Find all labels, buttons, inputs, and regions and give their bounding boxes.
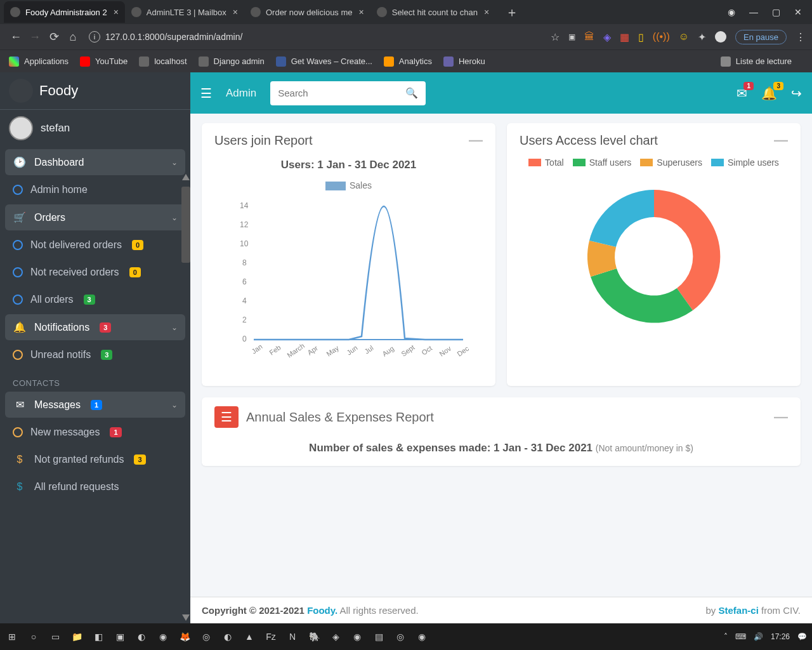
sidebar-item-orders[interactable]: 🛒 Orders ⌄	[5, 204, 185, 230]
sidebar-item-messages[interactable]: ✉ Messages 1 ⌄	[5, 392, 185, 418]
reading-list[interactable]: Liste de lecture	[721, 56, 792, 67]
back-button[interactable]: ←	[6, 30, 25, 44]
sidebar-item-dashboard[interactable]: 🕑 Dashboard ⌄	[5, 149, 185, 175]
browser-tab-2[interactable]: Order now delicious me×	[244, 1, 370, 23]
close-window-icon[interactable]: ✕	[794, 7, 802, 17]
obs-icon[interactable]: ◉	[415, 630, 429, 644]
forward-button[interactable]: →	[25, 30, 44, 44]
app-icon[interactable]: ◉	[350, 630, 364, 644]
ext-icon[interactable]: 🏛	[584, 31, 594, 43]
ext-icon[interactable]: ▦	[620, 31, 629, 43]
bookmark-heroku[interactable]: Heroku	[443, 56, 485, 67]
ext-icon[interactable]: ◈	[603, 31, 611, 43]
info-icon[interactable]: i	[89, 31, 100, 43]
address-bar[interactable]: i 127.0.0.1:8000/superadmin/admin/	[89, 31, 242, 43]
hamburger-icon[interactable]: ☰	[200, 86, 212, 101]
task-view-icon[interactable]: ▭	[48, 630, 62, 644]
sidebar-item-label: Not received orders	[30, 267, 119, 278]
logout-icon[interactable]: ↪	[791, 86, 802, 101]
keyboard-icon[interactable]: ⌨	[735, 632, 746, 641]
search-input[interactable]: 🔍	[270, 81, 426, 105]
star-icon[interactable]: ☆	[551, 31, 560, 43]
browser-tab-0[interactable]: Foody Administraion 2×	[4, 1, 125, 23]
search-icon[interactable]: 🔍	[405, 87, 418, 99]
count-badge: 0	[129, 267, 141, 277]
new-tab-button[interactable]: ＋	[501, 4, 523, 21]
profile-avatar[interactable]	[715, 31, 726, 43]
sidebar-item-not-delivered[interactable]: Not delivered orders 0	[5, 232, 185, 258]
collapse-icon[interactable]: —	[774, 409, 788, 425]
notification-center-icon[interactable]: 💬	[797, 632, 807, 641]
sidebar-item-unread[interactable]: Unread notifs 3	[5, 342, 185, 368]
firefox-icon[interactable]: 🦊	[178, 630, 192, 644]
record-icon[interactable]: ◉	[728, 7, 735, 17]
svg-text:Jun: Jun	[345, 344, 358, 357]
bell-icon[interactable]: 🔔3	[761, 86, 777, 101]
ext-icon[interactable]: ▯	[638, 31, 644, 43]
footer-author-link[interactable]: Stefan-ci	[719, 605, 759, 616]
app-icon[interactable]: 🐘	[307, 630, 321, 644]
sidebar-item-label: Not granted refunds	[34, 454, 124, 465]
app-icon[interactable]: ▤	[372, 630, 386, 644]
tray-chevron-icon[interactable]: ˄	[724, 632, 728, 641]
sidebar-item-all-orders[interactable]: All orders 3	[5, 287, 185, 312]
scroll-down-icon[interactable]	[182, 614, 190, 621]
sidebar-item-new-messages[interactable]: New messages 1	[5, 420, 185, 445]
app-icon[interactable]: ◎	[199, 630, 213, 644]
sidebar-item-all-refunds[interactable]: $ All refund requests	[5, 474, 185, 500]
close-icon[interactable]: ×	[359, 7, 364, 17]
svg-text:14: 14	[240, 201, 249, 210]
bookmark-waves[interactable]: Get Waves – Create...	[276, 56, 372, 67]
extensions-icon[interactable]: ✦	[698, 31, 706, 43]
bookmark-applications[interactable]: Applications	[9, 56, 69, 67]
admin-link[interactable]: Admin	[226, 87, 256, 100]
ext-icon[interactable]: ▣	[568, 32, 575, 41]
bookmark-django[interactable]: Django admin	[199, 56, 265, 67]
bookmark-analytics[interactable]: Analytics	[384, 56, 432, 67]
scrollbar-thumb[interactable]	[181, 187, 190, 263]
menu-icon[interactable]: ⋮	[796, 31, 806, 43]
close-icon[interactable]: ×	[484, 7, 489, 17]
sidebar-item-notifications[interactable]: 🔔 Notifications 3 ⌄	[5, 314, 185, 340]
donut-chart	[572, 174, 737, 333]
filezilla-icon[interactable]: Fz	[264, 630, 278, 644]
sidebar-item-not-granted[interactable]: $ Not granted refunds 3	[5, 447, 185, 472]
windows-start-icon[interactable]: ⊞	[5, 630, 19, 644]
app-icon[interactable]: ◐	[134, 630, 148, 644]
sidebar-item-admin-home[interactable]: Admin home	[5, 177, 185, 202]
volume-icon[interactable]: 🔊	[754, 632, 763, 641]
close-icon[interactable]: ×	[233, 7, 238, 17]
pause-badge[interactable]: En pause	[735, 30, 787, 44]
collapse-icon[interactable]: —	[469, 132, 483, 149]
reload-button[interactable]: ⟳	[44, 30, 63, 44]
browser-tab-1[interactable]: AdminLTE 3 | Mailbox×	[125, 1, 244, 23]
explorer-icon[interactable]: 📁	[70, 630, 84, 644]
user-row[interactable]: stefan	[0, 110, 190, 149]
app-icon[interactable]: ▣	[113, 630, 127, 644]
app-icon[interactable]: ▲	[242, 630, 256, 644]
bookmark-localhost[interactable]: localhost	[139, 56, 187, 67]
app-icon[interactable]: ◎	[393, 630, 407, 644]
sidebar-item-not-received[interactable]: Not received orders 0	[5, 260, 185, 285]
scroll-up-icon[interactable]	[182, 174, 190, 180]
clock[interactable]: 17:26	[771, 632, 790, 641]
browser-tab-3[interactable]: Select hit count to chan×	[370, 1, 495, 23]
brand[interactable]: Foody	[0, 72, 190, 110]
home-button[interactable]: ⌂	[63, 30, 82, 44]
mail-icon[interactable]: ✉1	[737, 86, 747, 101]
close-icon[interactable]: ×	[114, 7, 119, 17]
ext-icon[interactable]: ((•))	[653, 31, 670, 43]
app-icon[interactable]: N	[285, 630, 299, 644]
cortana-icon[interactable]: ○	[27, 630, 41, 644]
search-field[interactable]	[278, 88, 405, 98]
app-icon[interactable]: ◐	[221, 630, 235, 644]
chrome-icon[interactable]: ◉	[156, 630, 170, 644]
app-icon[interactable]: ◈	[329, 630, 343, 644]
collapse-icon[interactable]: —	[774, 132, 788, 149]
maximize-icon[interactable]: ▢	[772, 7, 780, 17]
ext-icon[interactable]: ☺	[679, 31, 689, 43]
minimize-icon[interactable]: —	[749, 7, 758, 17]
footer-brand-link[interactable]: Foody.	[307, 605, 337, 616]
bookmark-youtube[interactable]: YouTube	[80, 56, 128, 67]
app-icon[interactable]: ◧	[91, 630, 105, 644]
